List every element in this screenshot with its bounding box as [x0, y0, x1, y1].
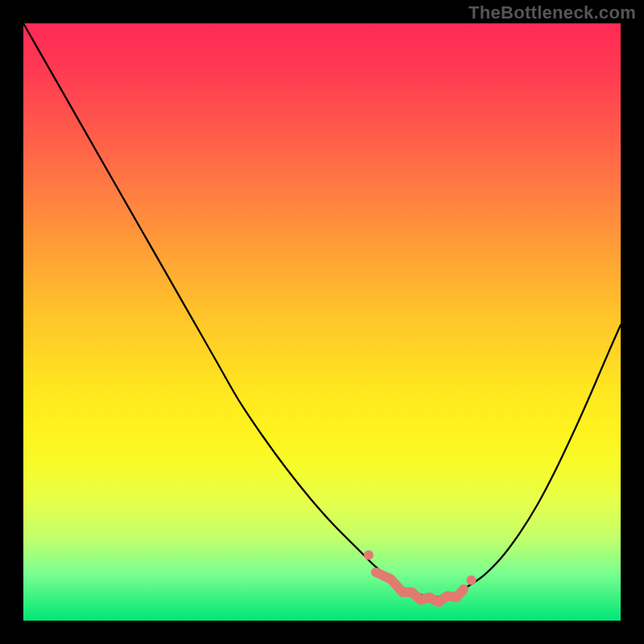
marker-dots: [364, 550, 477, 584]
curve-overlay: [23, 23, 621, 621]
marker-wiggle: [376, 572, 464, 602]
plot-area: [23, 23, 621, 621]
marker-dot: [467, 576, 477, 585]
bottleneck-curve: [23, 23, 621, 597]
watermark-text: TheBottleneck.com: [469, 2, 636, 23]
marker-dot: [364, 550, 374, 559]
chart-frame: TheBottleneck.com: [0, 0, 644, 644]
